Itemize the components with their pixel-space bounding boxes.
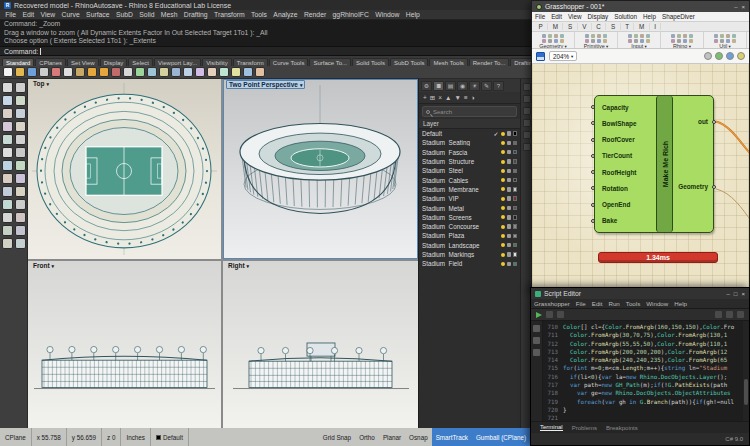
settings-icon[interactable]	[737, 311, 744, 318]
zoom-extents-icon[interactable]	[135, 67, 145, 77]
preview-rendered-icon[interactable]	[726, 52, 734, 60]
gh-output-grip-icon[interactable]	[712, 120, 716, 124]
gh-input-grip-icon[interactable]	[591, 170, 595, 174]
help-icon[interactable]	[255, 67, 265, 77]
menu-surface[interactable]: Surface	[83, 11, 113, 18]
layer-lock-icon[interactable]	[507, 196, 511, 201]
layer-lock-icon[interactable]	[507, 159, 511, 164]
menu-analyze[interactable]: Analyze	[270, 11, 301, 18]
paste-icon[interactable]	[75, 67, 85, 77]
display-panel-tab-icon[interactable]: ▤	[445, 81, 456, 91]
scrollbar-thumb[interactable]	[744, 379, 748, 405]
layer-row-stadium-screens[interactable]: Stadium_Screens	[419, 213, 520, 222]
layer-lock-icon[interactable]	[507, 206, 511, 211]
script-editor-titlebar[interactable]: Script Editor –□×	[531, 288, 749, 299]
menu-solid[interactable]: Solid	[136, 11, 158, 18]
layer-color-swatch[interactable]	[513, 224, 518, 229]
gh-category-tab-2-s[interactable]: S	[563, 23, 577, 30]
lights-strip-icon[interactable]	[523, 131, 531, 139]
toolbar-tab-set-view[interactable]: Set View	[67, 58, 99, 66]
menu-ggrhinoifc[interactable]: ggRhinoIFC	[329, 11, 372, 18]
materials-panel-tab-icon[interactable]: ◉	[457, 81, 468, 91]
layer-color-swatch[interactable]	[513, 131, 518, 136]
print-icon[interactable]	[39, 67, 49, 77]
gh-category-tab-0-p[interactable]: P	[534, 23, 548, 30]
box-tool-icon[interactable]	[15, 186, 26, 197]
layer-options-icon[interactable]: ◑	[471, 93, 475, 103]
fillet-tool-icon[interactable]	[2, 238, 13, 249]
layer-color-swatch[interactable]	[513, 252, 518, 257]
pan-icon[interactable]	[159, 67, 169, 77]
redo-icon[interactable]	[99, 67, 109, 77]
gh-input-roofheight[interactable]: RoofHeight	[595, 169, 656, 176]
zoom-window-icon[interactable]	[147, 67, 157, 77]
maximize-button[interactable]: □	[734, 291, 738, 297]
viewport-top-title[interactable]: Top	[31, 80, 51, 87]
save-icon[interactable]	[27, 67, 37, 77]
toolbar-tab-curve-tools[interactable]: Curve Tools	[269, 58, 309, 66]
sweep-tool-icon[interactable]	[2, 173, 13, 184]
properties-icon[interactable]	[243, 67, 253, 77]
viewport-perspective-title[interactable]: Two Point Perspective	[226, 80, 305, 89]
code-editor[interactable]: Color[] cl={Color.FromArgb(160,150,150),…	[561, 321, 743, 421]
circle-tool-icon[interactable]	[15, 108, 26, 119]
layer-lock-icon[interactable]	[507, 131, 511, 136]
layer-lock-icon[interactable]	[507, 224, 511, 229]
gh-ribbon-group-util[interactable]: Util	[704, 32, 747, 48]
mirror-icon[interactable]	[219, 67, 229, 77]
save-icon[interactable]	[536, 52, 545, 61]
menu-render[interactable]: Render	[301, 11, 330, 18]
toolbar-tab-viewport-lay[interactable]: Viewport Lay...	[154, 58, 201, 66]
status-toggle-smarttrack[interactable]: SmartTrack	[432, 428, 472, 446]
gh-menu-shapediver[interactable]: ShapeDiver	[659, 13, 698, 20]
layers-panel-tab-icon[interactable]: ≣	[433, 81, 444, 91]
menu-transform[interactable]: Transform	[211, 11, 248, 18]
gh-ribbon-group-rhino[interactable]: Rhino	[661, 32, 704, 48]
viewport-front-title[interactable]: Front	[31, 262, 56, 269]
menu-drafting[interactable]: Drafting	[181, 11, 211, 18]
gh-menu-display[interactable]: Display	[585, 13, 612, 20]
layer-visibility-icon[interactable]	[501, 243, 505, 247]
gh-input-bowlshape[interactable]: BowlShape	[595, 120, 656, 127]
layer-row-stadium-concourse[interactable]: Stadium_Concourse	[419, 222, 520, 231]
layer-lock-icon[interactable]	[507, 187, 511, 192]
properties-panel-tab-icon[interactable]: ⚙	[421, 81, 432, 91]
layer-row-stadium-steel[interactable]: Stadium_Steel	[419, 166, 520, 175]
libraries-icon[interactable]	[533, 349, 540, 356]
viewport-right-title[interactable]: Right	[226, 262, 251, 269]
menu-edit[interactable]: Edit	[19, 11, 37, 18]
layer-color-swatch[interactable]	[513, 243, 518, 248]
layer-color-swatch[interactable]	[513, 196, 518, 201]
layer-visibility-icon[interactable]	[501, 132, 505, 136]
status-toggle-gumball-cplane[interactable]: Gumball (CPlane)	[472, 428, 530, 446]
select-tool-icon[interactable]	[2, 82, 13, 93]
select-icon[interactable]	[123, 67, 133, 77]
status-toggle-osnap[interactable]: Osnap	[405, 428, 432, 446]
layer-color-swatch[interactable]	[513, 141, 518, 146]
polygon-tool-icon[interactable]	[15, 134, 26, 145]
minimize-button[interactable]: –	[734, 4, 737, 10]
layer-visibility-icon[interactable]	[501, 197, 505, 201]
move-layer-down-icon[interactable]: ▼	[454, 93, 460, 103]
toolbar-tab-mesh-tools[interactable]: Mesh Tools	[429, 58, 467, 66]
gh-menu-edit[interactable]: Edit	[548, 13, 565, 20]
zoom-level-dropdown[interactable]: 204%	[549, 51, 577, 61]
gh-menu-help[interactable]: Help	[640, 13, 659, 20]
move-layer-up-icon[interactable]: ▲	[445, 93, 451, 103]
layer-filter-icon[interactable]: ≡	[464, 93, 468, 103]
preview-shaded-icon[interactable]	[715, 52, 723, 60]
status-toggle-grid-snap[interactable]: Grid Snap	[319, 428, 355, 446]
point-tool-icon[interactable]	[15, 82, 26, 93]
layer-color-swatch[interactable]	[513, 187, 518, 192]
gh-input-tiercount[interactable]: TierCount	[595, 152, 656, 159]
layer-row-stadium-vip[interactable]: Stadium_VIP	[419, 194, 520, 203]
layer-lock-icon[interactable]	[507, 234, 511, 239]
viewport-perspective[interactable]: Two Point Perspective	[223, 79, 418, 259]
layer-column-header[interactable]: Layer	[419, 119, 520, 129]
gh-input-grip-icon[interactable]	[591, 154, 595, 158]
layer-color-swatch[interactable]	[513, 150, 518, 155]
gh-input-grip-icon[interactable]	[591, 105, 595, 109]
scale-icon[interactable]	[207, 67, 217, 77]
layers-icon[interactable]	[231, 67, 241, 77]
layer-row-stadium-landscape[interactable]: Stadium_Landscape	[419, 241, 520, 250]
